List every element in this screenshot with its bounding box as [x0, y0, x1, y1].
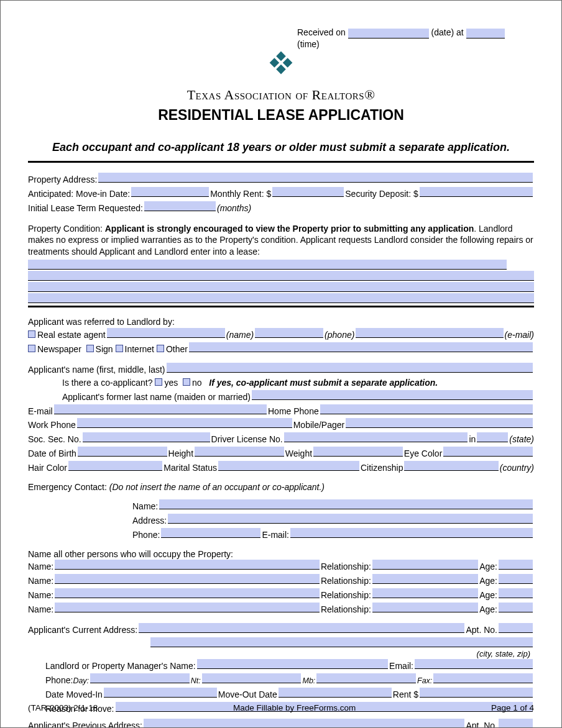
received-line: Received on (date) at (time)	[297, 27, 534, 50]
ssn-field[interactable]	[83, 432, 210, 442]
eye-label: Eye Color	[404, 448, 442, 460]
height-field[interactable]	[195, 447, 284, 457]
prev-addr-field[interactable]	[144, 719, 464, 728]
emerg-email-field[interactable]	[290, 528, 533, 538]
applicant-name-field[interactable]	[167, 363, 533, 373]
occ1-name-field[interactable]	[55, 560, 320, 570]
sign-checkbox[interactable]	[86, 345, 94, 352]
occ3-name-field[interactable]	[55, 588, 320, 598]
agent-checkbox[interactable]	[28, 330, 35, 338]
fax-field[interactable]	[433, 673, 533, 683]
mobile-field[interactable]	[346, 418, 533, 428]
received-time-field[interactable]	[466, 29, 505, 39]
prev-apt-field[interactable]	[499, 719, 533, 728]
agent-email-field[interactable]	[356, 328, 503, 338]
term-row: Initial Lease Term Requested: (months)	[28, 201, 534, 214]
property-address-field[interactable]	[98, 173, 533, 183]
occ4-name-field[interactable]	[55, 603, 320, 612]
logo-icon	[264, 45, 298, 80]
emerg-name-field[interactable]	[159, 499, 533, 509]
eye-field[interactable]	[443, 447, 533, 457]
day-field[interactable]	[90, 673, 190, 683]
received-date-field[interactable]	[348, 29, 429, 39]
occ4-rel-field[interactable]	[372, 603, 478, 612]
weight-field[interactable]	[313, 447, 403, 457]
monthly-rent-field[interactable]	[272, 187, 344, 197]
term-label: Initial Lease Term Requested:	[28, 202, 143, 214]
current-addr-label: Applicant's Current Address:	[28, 624, 137, 636]
mgr-email-field[interactable]	[415, 659, 533, 669]
applicant-name-row: Applicant's name (first, middle, last)	[28, 363, 534, 376]
dl-label: Driver License No.	[211, 434, 283, 445]
other-field[interactable]	[189, 342, 533, 352]
moveout-label: Move-Out Date	[218, 689, 277, 701]
workphone-field[interactable]	[77, 418, 292, 428]
occupants-intro: Name all other persons who will occupy t…	[28, 548, 534, 560]
footer-right: Page 1 of 4	[491, 703, 534, 714]
mb-label: Mb:	[302, 676, 315, 686]
agent-name-field[interactable]	[107, 328, 225, 338]
moveout-field[interactable]	[279, 688, 392, 698]
emergency-heading: Emergency Contact: (Do not insert the na…	[28, 481, 534, 493]
homephone-field[interactable]	[320, 404, 533, 414]
emerg-address-field[interactable]	[168, 514, 533, 524]
footer: (TAR-2003) 2-1-18 Made Fillable by FreeF…	[28, 703, 534, 714]
fax-label: Fax:	[417, 676, 432, 686]
occ2-name-field[interactable]	[55, 574, 320, 584]
anticipated-row: Anticipated: Move-in Date: Monthly Rent:…	[28, 187, 534, 200]
former-name-field[interactable]	[252, 390, 533, 400]
current-apt-field[interactable]	[499, 623, 533, 633]
dob-field[interactable]	[78, 447, 167, 457]
dl-state-field[interactable]	[477, 432, 508, 442]
received-on-label: Received on	[297, 27, 346, 37]
coapp-no-checkbox[interactable]	[183, 378, 190, 386]
csz-hint: (city, state, zip)	[28, 648, 534, 660]
emerg-phone-label: Phone:	[132, 529, 160, 541]
mgr-field[interactable]	[197, 659, 389, 669]
condition-line4[interactable]	[28, 293, 534, 303]
current-csz-field[interactable]	[150, 637, 533, 647]
condition-line2[interactable]	[28, 271, 534, 281]
movedin-field[interactable]	[104, 688, 217, 698]
occupant-row-4: Name: Relationship: Age:	[28, 603, 534, 616]
movein-date-field[interactable]	[131, 187, 209, 197]
dob-row: Date of Birth Height Weight Eye Color	[28, 447, 534, 460]
dl-field[interactable]	[284, 432, 468, 442]
ssn-label: Soc. Sec. No.	[28, 434, 81, 445]
hair-field[interactable]	[68, 461, 162, 471]
newspaper-checkbox[interactable]	[28, 345, 35, 352]
emerg-name-label: Name:	[132, 501, 158, 512]
curr-rent-field[interactable]	[420, 688, 533, 698]
mgr-email-label: Email:	[389, 660, 413, 672]
citizen-field[interactable]	[404, 461, 498, 471]
condition-line3[interactable]	[28, 282, 534, 292]
footer-left: (TAR-2003) 2-1-18	[28, 703, 98, 714]
occ4-age-field[interactable]	[499, 603, 533, 612]
nt-field[interactable]	[202, 673, 302, 683]
mb-field[interactable]	[316, 673, 416, 683]
internet-checkbox[interactable]	[116, 345, 123, 352]
occ1-rel-field[interactable]	[372, 560, 478, 570]
occ-name-label: Name:	[28, 561, 53, 573]
occ3-age-field[interactable]	[499, 588, 533, 598]
emergency-phone-row: Phone: E-mail:	[28, 528, 534, 541]
occ2-age-field[interactable]	[499, 574, 533, 584]
other-checkbox[interactable]	[157, 345, 164, 352]
former-label: Applicant's former last name (maiden or …	[62, 391, 251, 403]
term-field[interactable]	[144, 201, 216, 211]
occ3-rel-field[interactable]	[372, 588, 478, 598]
coapp-yes-checkbox[interactable]	[155, 378, 162, 386]
email-field[interactable]	[54, 404, 267, 414]
occ1-age-field[interactable]	[499, 560, 533, 570]
org-name: Texas Association of Realtors®	[28, 86, 534, 104]
prev-addr-label: Applicant's Previous Address:	[28, 720, 142, 728]
hair-row: Hair Color Marital Status Citizenship (c…	[28, 461, 534, 474]
emerg-phone-field[interactable]	[161, 528, 260, 538]
occ2-rel-field[interactable]	[372, 574, 478, 584]
marital-field[interactable]	[218, 461, 359, 471]
current-addr-field[interactable]	[139, 623, 464, 633]
agent-phone-field[interactable]	[255, 328, 323, 338]
condition-line1[interactable]	[28, 260, 507, 270]
deposit-field[interactable]	[420, 187, 533, 197]
nt-label: Nt:	[191, 676, 201, 686]
